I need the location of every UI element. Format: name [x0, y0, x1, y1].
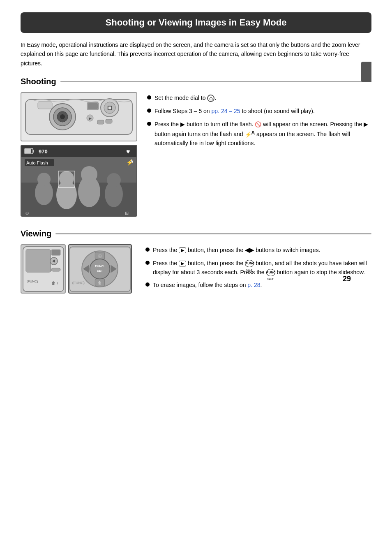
viewing-bullet-2-text: Press the ▶ button, then press the FUNC …	[153, 259, 371, 277]
play-button-icon-2: ▶	[179, 261, 186, 266]
viewing-bullet-1: Press the ▶ button, then press the ◀▶ bu…	[145, 246, 371, 255]
link-p28: p. 28	[247, 282, 260, 288]
camera-screen-image: 970 ♥ Auto Flash ⚡ A ☺ ⊞	[21, 145, 137, 217]
svg-point-20	[59, 171, 74, 186]
camera-top-svg: 🔲 ▶	[21, 93, 136, 141]
shooting-bullet-3: Press the ▶ button to turn off the flash…	[147, 120, 371, 148]
shooting-bullet-3-text: Press the ▶ button to turn off the flash…	[154, 120, 371, 148]
svg-text:⊞: ⊞	[98, 253, 101, 258]
svg-text:🗑: 🗑	[98, 280, 102, 285]
camera-back-svg: (FUNC) 🗑 ♪	[22, 245, 65, 293]
shooting-section-line	[60, 81, 371, 82]
shooting-images: 🔲 ▶	[21, 92, 137, 217]
intro-text: In Easy mode, operational instructions a…	[21, 40, 371, 68]
shooting-bullet-1: Set the mode dial to ⊙.	[147, 94, 371, 103]
shooting-bullet-2-text: Follow Steps 3 – 5 on pp. 24 – 25 to sho…	[154, 107, 315, 116]
mode-dial-icon: ⊙	[207, 95, 214, 102]
shooting-title: Shooting	[21, 77, 56, 86]
camera-dpad-image: ⊞ 🗑 FUNC. SET (FUNC)	[68, 244, 132, 294]
page-number: 29	[343, 275, 351, 283]
bullet-dot	[145, 282, 150, 287]
svg-rect-10	[38, 102, 52, 109]
camera-back-image: (FUNC) 🗑 ♪	[21, 244, 66, 294]
svg-text:A: A	[130, 159, 133, 164]
svg-text:SET: SET	[97, 269, 103, 273]
svg-rect-45	[51, 268, 60, 271]
viewing-bullet-2: Press the ▶ button, then press the FUNC …	[145, 259, 371, 277]
svg-rect-9	[106, 119, 112, 123]
shooting-bullet-2: Follow Steps 3 – 5 on pp. 24 – 25 to sho…	[147, 107, 371, 116]
bullet-dot	[145, 248, 150, 252]
svg-text:FUNC.: FUNC.	[95, 264, 105, 268]
viewing-images: (FUNC) 🗑 ♪	[21, 244, 136, 296]
camera-screen-inner: 970 ♥ Auto Flash ⚡ A ☺ ⊞	[21, 146, 136, 216]
bullet-dot	[145, 261, 150, 265]
camera-dpad-svg: ⊞ 🗑 FUNC. SET (FUNC)	[69, 245, 131, 293]
viewing-bullet-1-text: Press the ▶ button, then press the ◀▶ bu…	[153, 246, 320, 255]
func-set-icon-2: FUNC SET	[266, 269, 275, 276]
svg-rect-12	[88, 103, 98, 109]
svg-rect-8	[97, 120, 104, 124]
svg-rect-28	[25, 149, 31, 153]
tab-marker	[361, 62, 371, 82]
viewing-bullet-list: Press the ▶ button, then press the ◀▶ bu…	[145, 244, 371, 296]
svg-point-4	[60, 114, 65, 119]
page-title: Shooting or Viewing Images in Easy Mode	[21, 12, 371, 33]
svg-text:🗑: 🗑	[51, 281, 55, 285]
svg-text:🔲: 🔲	[107, 105, 113, 111]
svg-text:(FUNC): (FUNC)	[72, 281, 85, 285]
camera-top-image: 🔲 ▶	[21, 92, 137, 141]
svg-rect-27	[33, 150, 34, 153]
svg-text:Auto Flash: Auto Flash	[26, 160, 48, 165]
shooting-bullet-1-text: Set the mode dial to ⊙.	[154, 94, 216, 103]
shooting-content: 🔲 ▶	[21, 92, 371, 217]
viewing-section-line	[55, 233, 371, 234]
svg-point-24	[107, 173, 121, 187]
play-button-icon: ▶	[179, 248, 186, 253]
svg-rect-41	[52, 250, 60, 255]
svg-point-18	[37, 173, 51, 186]
viewing-title: Viewing	[21, 229, 51, 238]
func-set-icon: FUNC SET	[245, 260, 254, 267]
svg-text:▶: ▶	[89, 116, 92, 120]
svg-rect-39	[26, 250, 51, 272]
svg-text:☺: ☺	[25, 210, 30, 216]
bullet-dot	[147, 122, 151, 126]
viewing-section-header: Viewing	[21, 229, 371, 238]
shooting-bullet-list: Set the mode dial to ⊙. Follow Steps 3 –…	[147, 92, 371, 217]
shooting-section-header: Shooting	[21, 77, 371, 86]
svg-text:♪: ♪	[56, 281, 58, 285]
svg-text:♥: ♥	[126, 148, 130, 155]
viewing-bullet-3: To erase images, follow the steps on p. …	[145, 281, 371, 290]
bullet-dot	[147, 95, 151, 99]
viewing-bullet-3-text: To erase images, follow the steps on p. …	[153, 281, 262, 290]
link-pp24-25: pp. 24 – 25	[212, 108, 240, 114]
svg-text:⊞: ⊞	[125, 211, 129, 215]
bullet-dot	[147, 109, 151, 113]
svg-text:970: 970	[39, 148, 48, 155]
svg-point-22	[81, 166, 97, 183]
viewing-content: (FUNC) 🗑 ♪	[21, 244, 371, 296]
svg-text:(FUNC): (FUNC)	[27, 280, 38, 283]
